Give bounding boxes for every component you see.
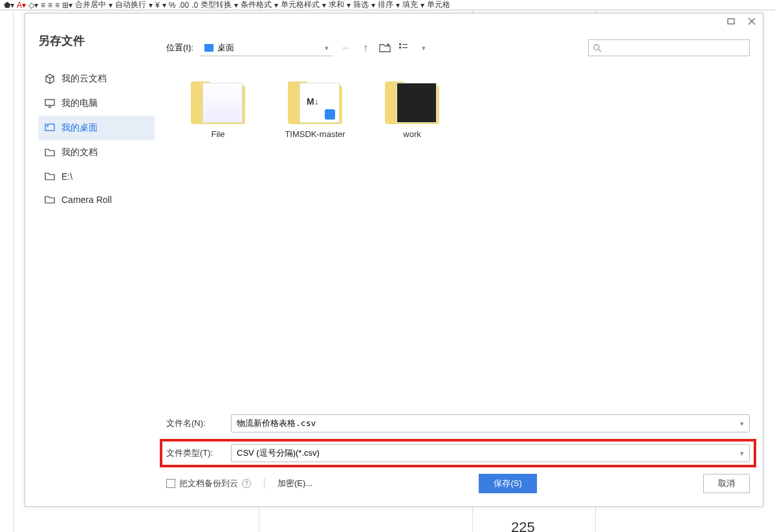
sidebar-item-label: E:\ xyxy=(61,171,72,182)
filename-value: 物流新价格表格.csv xyxy=(237,418,316,429)
folder-icon xyxy=(45,171,55,182)
chevron-down-icon[interactable]: ▾ xyxy=(740,420,744,428)
sidebar: 另存文件 我的云文档 我的电脑 我的桌面 我的文档 E:\ Camera Rol… xyxy=(38,33,155,211)
location-label: 位置(I): xyxy=(166,42,193,54)
folder-label: work xyxy=(403,129,420,139)
svg-point-8 xyxy=(594,45,599,50)
help-icon[interactable]: ? xyxy=(242,479,251,488)
sidebar-item-computer[interactable]: 我的电脑 xyxy=(38,91,155,116)
cube-icon xyxy=(45,74,55,84)
search-icon xyxy=(593,43,602,52)
encrypt-link[interactable]: 加密(E)... xyxy=(278,478,312,489)
back-icon[interactable]: ← xyxy=(340,41,353,54)
filetype-select[interactable]: CSV (逗号分隔)(*.csv) ▾ xyxy=(231,444,750,462)
location-value: 桌面 xyxy=(217,42,234,54)
folder-item[interactable]: File xyxy=(179,81,257,139)
sidebar-item-label: 我的云文档 xyxy=(61,73,107,85)
backup-to-cloud-checkbox[interactable]: 把文档备份到云 ? xyxy=(166,478,251,489)
filetype-label: 文件类型(T): xyxy=(166,447,226,459)
chevron-down-icon[interactable]: ▾ xyxy=(417,41,430,54)
svg-rect-1 xyxy=(45,100,54,105)
tb-sort[interactable]: 排序 xyxy=(378,0,393,10)
sidebar-item-documents[interactable]: 我的文档 xyxy=(38,140,155,165)
save-form: 文件名(N): 物流新价格表格.csv ▾ 文件类型(T): CSV (逗号分隔… xyxy=(166,414,750,493)
location-bar: 位置(I): 桌面 ▾ ← ↑ ▾ xyxy=(166,39,750,56)
tb-style[interactable]: 单元格样式 xyxy=(281,0,320,10)
sidebar-item-label: 我的桌面 xyxy=(61,122,98,134)
sidebar-item-camera-roll[interactable]: Camera Roll xyxy=(38,188,155,211)
view-mode-icon[interactable] xyxy=(398,41,411,54)
folder-item[interactable]: work xyxy=(373,81,451,139)
desktop-icon xyxy=(45,123,55,133)
sidebar-item-label: 我的文档 xyxy=(61,147,98,158)
divider xyxy=(264,478,265,489)
filename-label: 文件名(N): xyxy=(166,418,226,429)
tb-type[interactable]: 类型转换 xyxy=(201,0,232,10)
tb-cond[interactable]: 条件格式 xyxy=(241,0,272,10)
sidebar-item-label: 我的电脑 xyxy=(61,98,98,109)
folder-label: TIMSDK-master xyxy=(285,129,345,139)
sidebar-item-label: Camera Roll xyxy=(61,195,112,205)
monitor-icon xyxy=(45,98,55,109)
tb-sum[interactable]: 求和 xyxy=(329,0,344,10)
sidebar-item-cloud[interactable]: 我的云文档 xyxy=(38,67,155,91)
up-icon[interactable]: ↑ xyxy=(359,41,372,54)
desktop-color-icon xyxy=(204,44,213,52)
save-button[interactable]: 保存(S) xyxy=(479,474,536,493)
save-as-dialog: 另存文件 我的云文档 我的电脑 我的桌面 我的文档 E:\ Camera Rol… xyxy=(25,13,763,507)
dialog-title: 另存文件 xyxy=(38,33,155,48)
svg-rect-7 xyxy=(402,47,408,48)
folder-item[interactable]: M↓ TIMSDK-master xyxy=(276,81,354,139)
sidebar-item-drive-e[interactable]: E:\ xyxy=(38,165,155,188)
search-field[interactable] xyxy=(602,43,745,53)
folder-icon xyxy=(45,195,55,205)
folder-icon xyxy=(191,81,245,125)
window-close-icon[interactable] xyxy=(747,17,756,26)
tb-fill[interactable]: 填充 xyxy=(402,0,418,10)
svg-rect-3 xyxy=(47,125,49,127)
filetype-value: CSV (逗号分隔)(*.csv) xyxy=(237,447,320,459)
tb-wrap[interactable]: 自动换行 xyxy=(115,0,146,10)
svg-rect-5 xyxy=(399,47,401,48)
search-input[interactable] xyxy=(588,39,750,56)
folder-icon xyxy=(385,81,439,125)
svg-rect-2 xyxy=(45,124,54,131)
backup-label: 把文档备份到云 xyxy=(179,478,238,489)
svg-rect-6 xyxy=(402,44,408,45)
location-select[interactable]: 桌面 ▾ xyxy=(200,39,333,56)
ribbon-toolbar: ⬟▾A▾◇▾ ≡≡≡⊞▾ 合并居中▾ 自动换行▾ ¥▾ % .00.0 类型转换… xyxy=(0,0,775,10)
tb-cell[interactable]: 单元格 xyxy=(427,0,450,10)
cancel-button[interactable]: 取消 xyxy=(703,474,750,493)
svg-rect-4 xyxy=(399,43,401,45)
tb-merge[interactable]: 合并居中 xyxy=(75,0,106,10)
chevron-down-icon[interactable]: ▾ xyxy=(740,449,744,458)
folder-icon: M↓ xyxy=(288,81,342,125)
sidebar-item-desktop[interactable]: 我的桌面 xyxy=(38,116,155,140)
folder-icon xyxy=(45,147,55,158)
filename-input[interactable]: 物流新价格表格.csv ▾ xyxy=(231,414,750,432)
new-folder-icon[interactable] xyxy=(378,41,391,54)
folder-label: File xyxy=(212,129,225,139)
checkbox-icon xyxy=(166,479,175,488)
file-list[interactable]: File M↓ TIMSDK-master work xyxy=(166,75,750,403)
window-maximize-icon[interactable] xyxy=(726,17,736,26)
svg-rect-0 xyxy=(728,19,734,24)
tb-filter[interactable]: 筛选 xyxy=(353,0,369,10)
filetype-row-highlight: 文件类型(T): CSV (逗号分隔)(*.csv) ▾ xyxy=(160,439,756,467)
chevron-down-icon: ▾ xyxy=(325,44,329,52)
